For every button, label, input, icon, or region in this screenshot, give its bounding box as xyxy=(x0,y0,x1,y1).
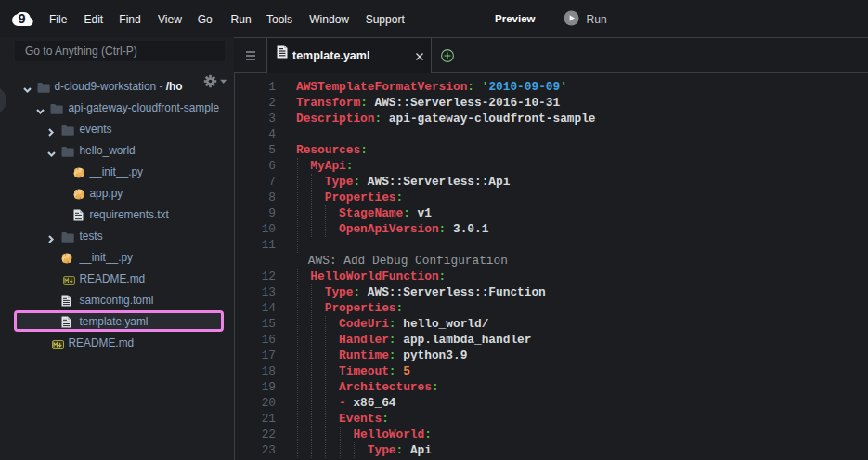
svg-text:9: 9 xyxy=(19,12,26,26)
